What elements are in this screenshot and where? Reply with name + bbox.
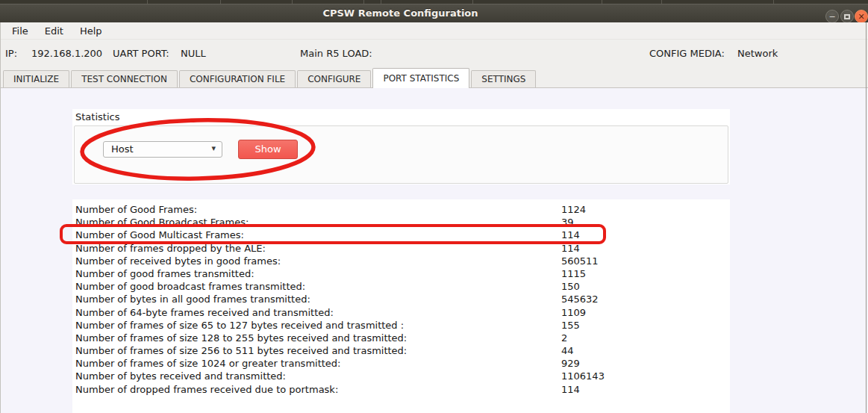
menu-item[interactable]: Edit bbox=[38, 24, 70, 38]
stat-value: 545632 bbox=[561, 294, 599, 305]
ip-value: 192.168.1.200 bbox=[31, 48, 102, 59]
tab[interactable]: PORT STATISTICS bbox=[372, 68, 469, 88]
stat-label: Number of Good Frames: bbox=[75, 204, 197, 215]
stat-label: Number of frames dropped by the ALE: bbox=[75, 243, 266, 254]
stat-value: 1115 bbox=[561, 268, 586, 279]
statistics-section-title: Statistics bbox=[75, 111, 119, 122]
stat-row: Number of good broadcast frames transmit… bbox=[72, 281, 730, 294]
stat-row: Number of Good Multicast Frames: 114 bbox=[72, 229, 730, 242]
stat-value: 2 bbox=[561, 332, 567, 344]
stat-row: Number of Good Broadcast Frames: 39 bbox=[72, 217, 730, 229]
stat-row: Number of dropped frames received due to… bbox=[72, 384, 730, 397]
stat-value: 1124 bbox=[561, 204, 586, 215]
stat-row: Number of received bytes in good frames:… bbox=[72, 255, 730, 268]
config-media-label: CONFIG MEDIA: bbox=[649, 48, 725, 59]
stat-row: Number of Good Frames: 1124 bbox=[72, 204, 730, 217]
stat-value: 1106143 bbox=[561, 370, 605, 382]
port-select-dropdown[interactable]: Host ▾ bbox=[103, 141, 222, 158]
stat-row: Number of frames dropped by the ALE: 114 bbox=[72, 243, 730, 255]
stat-label: Number of frames of size 1024 or greater… bbox=[75, 358, 341, 369]
tab[interactable]: TEST CONNECTION bbox=[71, 70, 178, 87]
stat-value: 1109 bbox=[561, 307, 586, 318]
close-button[interactable]: ✕ bbox=[855, 10, 868, 23]
stat-row: Number of frames of size 256 to 511 byte… bbox=[72, 345, 730, 358]
stat-label: Number of frames of size 128 to 255 byte… bbox=[75, 332, 407, 344]
r5-load-label: Main R5 LOAD: bbox=[300, 48, 372, 59]
tab-bar: INITIALIZETEST CONNECTIONCONFIGURATION F… bbox=[0, 67, 868, 88]
stat-label: Number of Good Broadcast Frames: bbox=[75, 217, 249, 228]
stat-value: 114 bbox=[561, 384, 580, 395]
stat-label: Number of bytes received and transmitted… bbox=[75, 370, 286, 382]
port-statistics-page: Statistics Host ▾ Show Number of Good Fr… bbox=[0, 88, 868, 413]
stat-value: 150 bbox=[561, 281, 580, 292]
stat-value: 39 bbox=[561, 217, 574, 228]
stat-row: Number of 64-byte frames received and tr… bbox=[72, 307, 730, 320]
status-info-bar: IP: 192.168.1.200 UART PORT: NULL Main R… bbox=[0, 40, 868, 67]
stat-label: Number of dropped frames received due to… bbox=[75, 384, 338, 395]
maximize-button[interactable] bbox=[840, 10, 854, 23]
close-icon: ✕ bbox=[858, 13, 864, 21]
uart-port-value: NULL bbox=[181, 48, 206, 59]
stat-label: Number of frames of size 256 to 511 byte… bbox=[75, 345, 407, 356]
tab[interactable]: SETTINGS bbox=[471, 70, 536, 87]
minimize-button[interactable]: − bbox=[825, 10, 839, 23]
stat-row: Number of bytes in all good frames trans… bbox=[72, 294, 730, 306]
app-window: CPSW Remote Configuration − ✕ FileEditHe… bbox=[0, 0, 868, 413]
config-media-value: Network bbox=[737, 48, 778, 59]
statistics-controls-frame: Host ▾ Show bbox=[74, 125, 728, 184]
stat-label: Number of good frames transmitted: bbox=[75, 268, 255, 279]
stat-value: 929 bbox=[561, 358, 580, 369]
stat-value: 114 bbox=[561, 229, 580, 240]
stat-value: 114 bbox=[561, 243, 580, 254]
menu-item[interactable]: Help bbox=[73, 24, 109, 38]
titlebar: CPSW Remote Configuration − ✕ bbox=[0, 4, 868, 22]
stat-row: Number of frames of size 1024 or greater… bbox=[72, 358, 730, 370]
stat-label: Number of Good Multicast Frames: bbox=[75, 229, 244, 240]
uart-port-label: UART PORT: bbox=[113, 48, 169, 59]
maximize-icon bbox=[844, 14, 850, 19]
port-select-value: Host bbox=[111, 143, 134, 155]
stat-label: Number of 64-byte frames received and tr… bbox=[75, 307, 334, 318]
window-title: CPSW Remote Configuration bbox=[0, 4, 801, 23]
stat-label: Number of received bytes in good frames: bbox=[75, 255, 281, 267]
stat-label: Number of good broadcast frames transmit… bbox=[75, 281, 305, 292]
stat-label: Number of frames of size 65 to 127 bytes… bbox=[75, 320, 404, 331]
tab[interactable]: INITIALIZE bbox=[3, 70, 69, 87]
show-button[interactable]: Show bbox=[238, 140, 298, 159]
stat-label: Number of bytes in all good frames trans… bbox=[75, 294, 310, 305]
menubar: FileEditHelp bbox=[0, 22, 868, 40]
window-left-border bbox=[0, 22, 1, 413]
stat-value: 560511 bbox=[561, 255, 599, 267]
tab[interactable]: CONFIGURE bbox=[297, 70, 371, 87]
statistics-list: Number of Good Frames: 1124 Number of Go… bbox=[72, 199, 730, 413]
stat-value: 44 bbox=[561, 345, 574, 356]
statistics-section: Statistics Host ▾ Show bbox=[72, 109, 730, 184]
tab[interactable]: CONFIGURATION FILE bbox=[179, 70, 296, 87]
stat-row: Number of frames of size 128 to 255 byte… bbox=[72, 332, 730, 345]
minimize-icon: − bbox=[828, 13, 835, 21]
stat-row: Number of bytes received and transmitted… bbox=[72, 370, 730, 383]
chevron-down-icon: ▾ bbox=[211, 143, 216, 153]
stat-row: Number of frames of size 65 to 127 bytes… bbox=[72, 320, 730, 332]
stat-row: Number of good frames transmitted: 1115 bbox=[72, 268, 730, 281]
menu-item[interactable]: File bbox=[5, 24, 35, 38]
stat-value: 155 bbox=[561, 320, 580, 331]
window-right-border bbox=[866, 22, 867, 413]
ip-label: IP: bbox=[5, 48, 17, 59]
